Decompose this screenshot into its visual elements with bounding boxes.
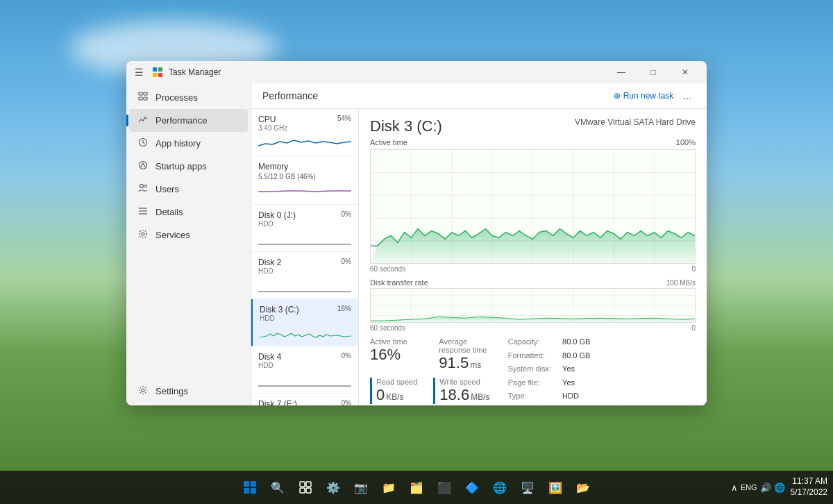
avg-response-value-row: 91.5 ms [439, 354, 496, 372]
device-cpu-chart [258, 133, 351, 150]
more-options-button[interactable]: ... [679, 89, 696, 103]
explorer-taskbar-button[interactable]: 📂 [571, 475, 596, 500]
chart-seconds-label: 60 seconds [370, 265, 405, 273]
performance-icon [137, 115, 149, 126]
tray-language[interactable]: ENG [741, 483, 757, 492]
svg-point-17 [142, 389, 144, 392]
formatted-label: Formatted: [508, 351, 551, 364]
write-speed-unit: MB/s [471, 392, 489, 402]
settings-taskbar-button[interactable]: ⚙️ [321, 475, 346, 500]
stats-grid: Active time 16% Average response time 91… [370, 337, 696, 404]
type-value: HDD [562, 392, 590, 404]
sub-chart-1 [370, 288, 696, 323]
write-speed-value-row: 18.6 MB/s [439, 386, 496, 404]
svg-rect-7 [144, 97, 147, 100]
formatted-value: 80.0 GB [562, 351, 590, 364]
device-memory-name: Memory [258, 162, 288, 171]
app1-taskbar-button[interactable]: 🗂️ [404, 475, 429, 500]
taskbar-right: ∧ ENG 🔊 🌐 11:37 AM 5/17/2022 [731, 476, 827, 498]
app3-taskbar-button[interactable]: 🖥️ [515, 475, 540, 500]
users-icon [137, 183, 149, 195]
tray-chevron[interactable]: ∧ [731, 482, 738, 493]
tray-network-icon[interactable]: 🌐 [774, 482, 785, 493]
taskbar: 🔍 ⚙️ 📷 📁 🗂️ ⬛ 🔷 🌐 🖥️ 🖼️ 📂 ∧ [0, 471, 833, 504]
svg-rect-4 [139, 92, 142, 95]
services-label: Services [155, 230, 190, 240]
sidebar-item-users[interactable]: Users [129, 178, 248, 201]
window-title: Task Manager [169, 67, 221, 77]
edge-taskbar-button[interactable]: 🌐 [487, 475, 512, 500]
hamburger-icon[interactable]: ☰ [132, 64, 146, 81]
app-icon [152, 67, 163, 78]
system-disk-value: Yes [562, 364, 590, 377]
svg-point-10 [140, 185, 144, 188]
sidebar-item-app-history[interactable]: App history [129, 132, 248, 155]
titlebar-left: ☰ Task Manager [132, 64, 221, 81]
device-disk2-header: Disk 2 HDD 0% [258, 258, 351, 275]
header-actions: ⊕ Run new task ... [614, 89, 696, 103]
minimize-button[interactable]: — [605, 61, 637, 83]
terminal-taskbar-button[interactable]: ⬛ [432, 475, 457, 500]
active-time-label: Active time [370, 138, 407, 146]
sidebar-item-services[interactable]: Services [129, 224, 248, 246]
run-task-icon: ⊕ [614, 91, 621, 101]
device-item-memory[interactable]: Memory 5.5/12.0 GB (46%) [251, 156, 358, 205]
detail-title: Disk 3 (C:) [370, 117, 442, 135]
maximize-button[interactable]: □ [637, 61, 669, 83]
app-history-icon [137, 137, 149, 149]
search-button[interactable]: 🔍 [265, 475, 290, 500]
sidebar-item-performance[interactable]: Performance [129, 109, 248, 132]
main-chart [370, 149, 696, 264]
svg-rect-5 [144, 92, 147, 95]
device-disk4-chart [258, 371, 351, 387]
sidebar-item-details[interactable]: Details [129, 201, 248, 224]
stat-active-time: Active time 16% [370, 337, 428, 364]
svg-rect-46 [300, 482, 305, 487]
svg-rect-2 [153, 73, 157, 77]
disk-transfer-100-label: 100 MB/s [666, 279, 696, 287]
svg-rect-49 [306, 488, 311, 493]
clock-time: 11:37 AM [791, 476, 827, 487]
sidebar-item-settings[interactable]: Settings [129, 380, 248, 403]
device-disk0-chart [258, 229, 351, 246]
tray-sound-icon[interactable]: 🔊 [760, 482, 771, 493]
services-icon [137, 229, 149, 241]
photos-taskbar-button[interactable]: 🖼️ [543, 475, 568, 500]
folder-taskbar-button[interactable]: 📁 [376, 475, 401, 500]
avg-response-unit: ms [470, 360, 481, 370]
device-item-disk3[interactable]: Disk 3 (C:) HDD 16% [251, 299, 358, 346]
processes-label: Processes [155, 92, 198, 103]
settings-icon [137, 385, 149, 397]
chart-100-label: 100% [676, 138, 696, 146]
system-clock[interactable]: 11:37 AM 5/17/2022 [791, 476, 827, 498]
device-item-disk4[interactable]: Disk 4 HDD 0% [251, 346, 358, 394]
close-button[interactable]: ✕ [669, 61, 701, 83]
svg-rect-1 [158, 67, 162, 72]
start-button[interactable] [237, 475, 262, 500]
sidebar-item-startup-apps[interactable]: Startup apps [129, 155, 248, 178]
detail-panel: Disk 3 (C:) VMware Virtual SATA Hard Dri… [359, 109, 707, 405]
svg-rect-44 [244, 488, 249, 494]
device-disk2-chart [258, 276, 351, 293]
desktop: ☰ Task Manager — □ ✕ [0, 0, 833, 504]
camera-taskbar-button[interactable]: 📷 [348, 475, 373, 500]
chart-label-row: Active time 100% [370, 138, 696, 148]
stats-left: Active time 16% Average response time 91… [370, 337, 497, 404]
perf-content: CPU 3.49 GHz 54% [251, 109, 707, 405]
main-chart-svg [371, 150, 695, 263]
system-tray: ∧ ENG 🔊 🌐 [731, 482, 785, 493]
device-item-disk2[interactable]: Disk 2 HDD 0% [251, 252, 358, 299]
settings-label: Settings [155, 386, 188, 396]
read-speed-value-row: 0 KB/s [376, 386, 433, 404]
sidebar-bottom: Settings [126, 380, 251, 403]
device-item-disk0[interactable]: Disk 0 (J:) HDD 0% [251, 205, 358, 252]
sidebar-item-processes[interactable]: Processes [129, 86, 248, 109]
task-view-button[interactable] [293, 475, 318, 500]
app2-taskbar-button[interactable]: 🔷 [460, 475, 485, 500]
device-item-cpu[interactable]: CPU 3.49 GHz 54% [251, 109, 358, 156]
clock-date: 5/17/2022 [791, 487, 827, 498]
run-new-task-button[interactable]: ⊕ Run new task [614, 91, 674, 101]
device-disk0-name: Disk 0 (J:) HDD [258, 210, 296, 228]
svg-rect-43 [251, 481, 256, 487]
device-item-disk7[interactable]: Disk 7 (E:) HDD 0% [251, 394, 358, 405]
